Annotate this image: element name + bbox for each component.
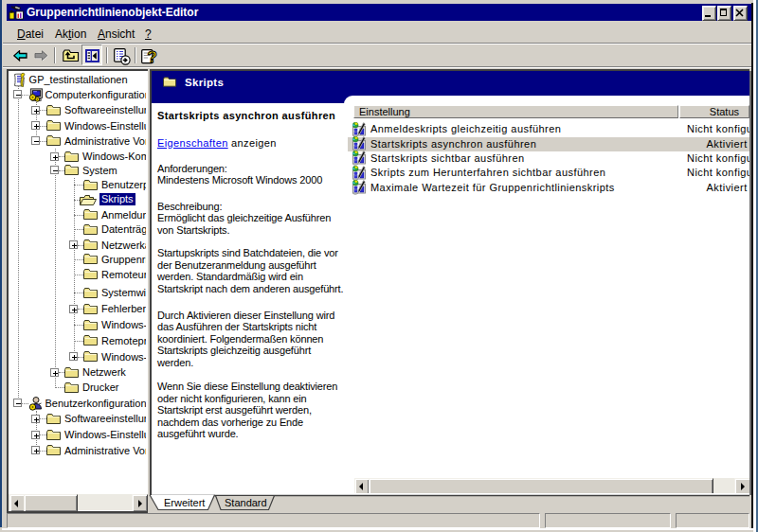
svg-text:?: ?: [148, 48, 157, 65]
